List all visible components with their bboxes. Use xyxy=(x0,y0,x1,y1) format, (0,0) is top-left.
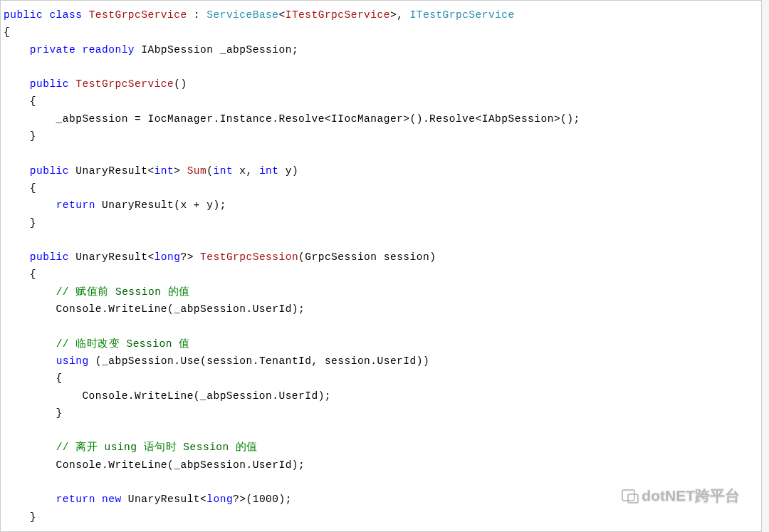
kw-class: class xyxy=(49,9,82,21)
kw-public: public xyxy=(30,165,69,177)
code-content: public class TestGrpcService : ServiceBa… xyxy=(4,6,758,526)
type-int: int xyxy=(155,165,174,177)
kw-public: public xyxy=(30,251,69,263)
method-sum: Sum xyxy=(187,165,207,177)
kw-public: public xyxy=(30,78,69,90)
type-arg: ITestGrpcService xyxy=(286,9,390,21)
method-testgrpc: TestGrpcSession xyxy=(200,251,298,263)
kw-readonly: readonly xyxy=(82,44,135,56)
comment: // xyxy=(56,286,76,298)
kw-using: using xyxy=(56,355,89,367)
kw-public: public xyxy=(4,9,43,21)
comment: // xyxy=(56,442,76,453)
watermark-text: dotNET跨平台 xyxy=(642,486,740,506)
watermark: dotNET跨平台 xyxy=(622,486,740,506)
kw-return: return xyxy=(56,199,95,211)
kw-return: return xyxy=(56,494,95,505)
interface: ITestGrpcService xyxy=(410,9,515,21)
kw-new: new xyxy=(102,494,122,505)
type-long: long xyxy=(155,251,181,263)
base-type: ServiceBase xyxy=(206,9,278,21)
kw-private: private xyxy=(30,44,75,56)
chat-bubble-icon xyxy=(622,489,637,502)
comment: // xyxy=(56,338,76,350)
constructor: TestGrpcService xyxy=(75,78,174,90)
class-name: TestGrpcService xyxy=(89,9,187,21)
code-block: public class TestGrpcService : ServiceBa… xyxy=(0,0,762,532)
